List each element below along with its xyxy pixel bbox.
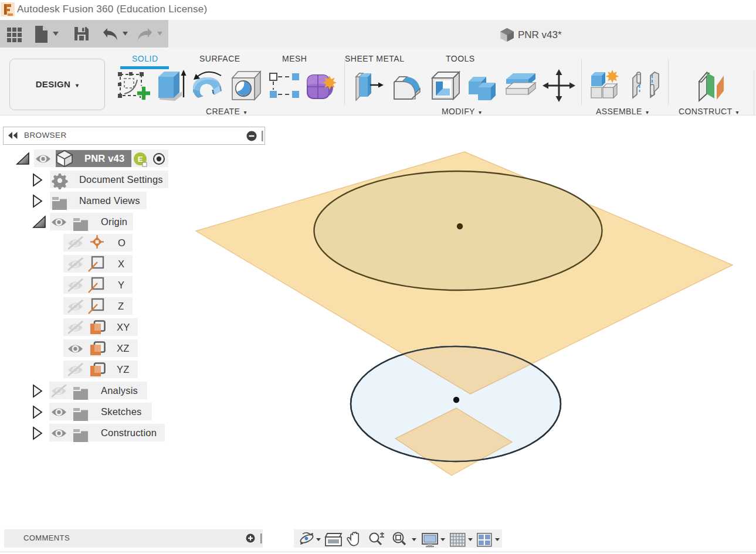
svg-text:E: E	[138, 155, 143, 164]
